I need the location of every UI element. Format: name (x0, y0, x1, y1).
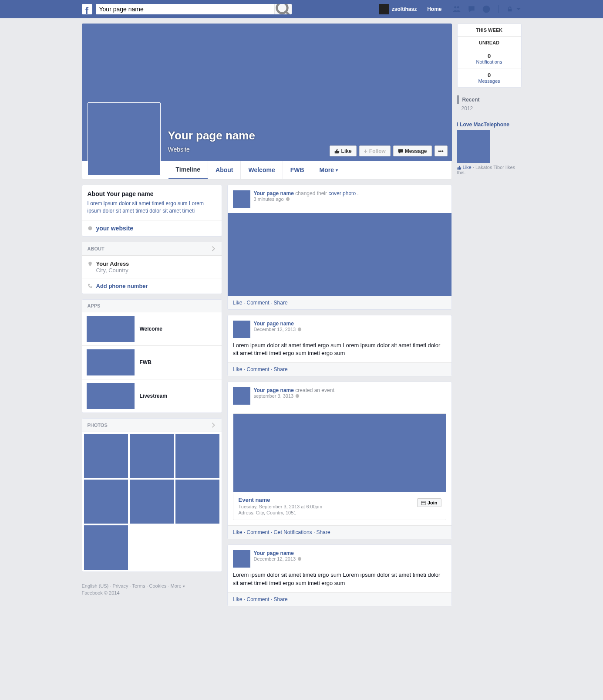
calendar-icon (421, 500, 426, 505)
post-avatar[interactable] (233, 550, 250, 568)
globe-icon[interactable] (482, 5, 491, 14)
photo-thumb[interactable] (84, 434, 128, 478)
post-actions[interactable]: Like · Comment · Share (228, 592, 451, 606)
tab-fwb[interactable]: FWB (283, 161, 312, 179)
photo-thumb[interactable] (84, 480, 128, 524)
post-timestamp[interactable]: December 12, 2013 (254, 556, 302, 561)
app-item-welcome[interactable]: Welcome (82, 312, 222, 346)
tab-more[interactable]: More▾ (312, 161, 345, 179)
apps-section: APPS Welcome FWB Livestream (82, 299, 222, 413)
related-page: I Love MacTelephone Like · Lakatos Tibor… (457, 122, 522, 175)
unread-header: UNREAD (458, 37, 521, 49)
avatar (379, 4, 389, 14)
profile-photo[interactable] (88, 102, 161, 176)
event-name-link[interactable]: Event name (239, 497, 270, 503)
feed-post: Your page name December 12, 2013 Lorem i… (227, 315, 452, 376)
photo-thumb[interactable] (130, 480, 174, 524)
post-author-link[interactable]: Your page name (254, 550, 294, 556)
home-link[interactable]: Home (424, 6, 445, 12)
messages-count[interactable]: 0 Messages (458, 68, 521, 87)
post-actions[interactable]: Like · Comment · Share (228, 362, 451, 376)
photos-section: PHOTOS (82, 418, 222, 572)
globe-tiny-icon (286, 197, 290, 201)
related-like-link[interactable]: Like (463, 165, 472, 170)
post-avatar[interactable] (233, 321, 250, 338)
chevron-right-icon[interactable] (210, 246, 216, 252)
facebook-logo[interactable]: f (82, 4, 92, 14)
message-button[interactable]: Message (393, 145, 432, 156)
svg-point-5 (286, 197, 289, 201)
svg-point-6 (298, 328, 301, 331)
follow-button[interactable]: +Follow (359, 145, 391, 156)
website-link[interactable]: your website (96, 225, 134, 232)
post-author-link[interactable]: Your page name (254, 321, 294, 327)
app-item-fwb[interactable]: FWB (82, 346, 222, 379)
event-card: Event name Tuesday, September 3, 2013 at… (233, 413, 446, 520)
message-icon (398, 149, 403, 154)
messages-icon[interactable] (467, 5, 476, 14)
address-line1: Your Adress (96, 260, 129, 267)
post-body: Lorem ipsum dolor sit amet timeti ergo s… (228, 571, 451, 592)
app-thumb (87, 349, 135, 375)
post-timestamp[interactable]: December 12, 2013 (254, 327, 302, 332)
nav-2012[interactable]: 2012 (457, 104, 522, 113)
photo-thumb[interactable] (175, 480, 219, 524)
about-section: ABOUT Your Adress City, Country Add phon… (82, 242, 222, 294)
post-avatar[interactable] (233, 190, 250, 208)
related-page-link[interactable]: I Love MacTelephone (457, 122, 509, 128)
chevron-right-icon[interactable] (210, 422, 216, 428)
feed-post: Your page name December 12, 2013 Lorem i… (227, 544, 452, 606)
post-body: Lorem ipsum dolor sit amet timeti ergo s… (228, 342, 451, 362)
join-button[interactable]: Join (417, 498, 441, 507)
pin-icon (88, 261, 93, 267)
tab-timeline[interactable]: Timeline (168, 161, 208, 179)
post-author-link[interactable]: Your page name (254, 190, 294, 196)
svg-point-0 (276, 4, 287, 14)
page-category: Website (168, 146, 190, 153)
related-page-image[interactable] (457, 130, 490, 163)
post-timestamp[interactable]: 3 minutes ago (254, 196, 359, 202)
username: zsoltihasz (392, 6, 417, 12)
svg-rect-8 (421, 501, 425, 505)
event-location: Adress, City, Country, 1051 (239, 510, 441, 515)
like-button[interactable]: Like (330, 145, 357, 156)
photo-thumb[interactable] (130, 434, 174, 478)
footer-links[interactable]: English (US) · Privacy · Terms · Cookies… (82, 583, 182, 588)
post-actions[interactable]: Like · Comment · Share (228, 296, 451, 309)
phone-icon (88, 284, 93, 289)
post-avatar[interactable] (233, 387, 250, 405)
nav-recent[interactable]: Recent (457, 95, 522, 104)
notifications-count[interactable]: 0 Notifications (458, 49, 521, 68)
about-title: About Your page name (88, 190, 216, 197)
photo-thumb[interactable] (175, 434, 219, 478)
tab-welcome[interactable]: Welcome (240, 161, 282, 179)
post-author-link[interactable]: Your page name (254, 387, 294, 393)
profile-link[interactable]: zsoltihasz (376, 4, 419, 14)
post-timestamp[interactable]: september 3, 3013 (254, 393, 336, 399)
more-button[interactable]: ••• (435, 145, 448, 156)
search-button[interactable] (274, 4, 292, 14)
event-image[interactable] (233, 414, 446, 492)
globe-tiny-icon (297, 557, 302, 561)
admin-panel: THIS WEEK UNREAD 0 Notifications 0 Messa… (457, 24, 522, 88)
app-thumb (87, 316, 135, 342)
event-datetime: Tuesday, September 3, 2013 at 6:00pm (239, 504, 441, 509)
about-description: Lorem ipsum dolor sit amet timeti ergo s… (88, 200, 216, 215)
page-footer: English (US) · Privacy · Terms · Cookies… (82, 582, 222, 597)
apps-header: APPS (88, 303, 101, 308)
search-input[interactable] (96, 4, 274, 14)
dropdown-icon[interactable] (515, 6, 522, 12)
post-actions[interactable]: Like · Comment · Get Notifications · Sha… (228, 525, 451, 539)
topbar: f zsoltihasz Home (0, 0, 603, 18)
cover-photo-link[interactable]: cover photo (328, 190, 356, 196)
svg-point-4 (88, 226, 92, 230)
post-cover-image[interactable] (228, 213, 451, 296)
add-phone-link[interactable]: Add phone number (96, 283, 148, 289)
privacy-icon[interactable] (507, 6, 513, 12)
tab-about[interactable]: About (208, 161, 240, 179)
this-week-header: THIS WEEK (458, 24, 521, 37)
friends-icon[interactable] (452, 5, 461, 14)
app-item-livestream[interactable]: Livestream (82, 379, 222, 413)
about-intro-card: About Your page name Lorem ipsum dolor s… (82, 185, 222, 237)
photo-thumb[interactable] (84, 525, 128, 569)
